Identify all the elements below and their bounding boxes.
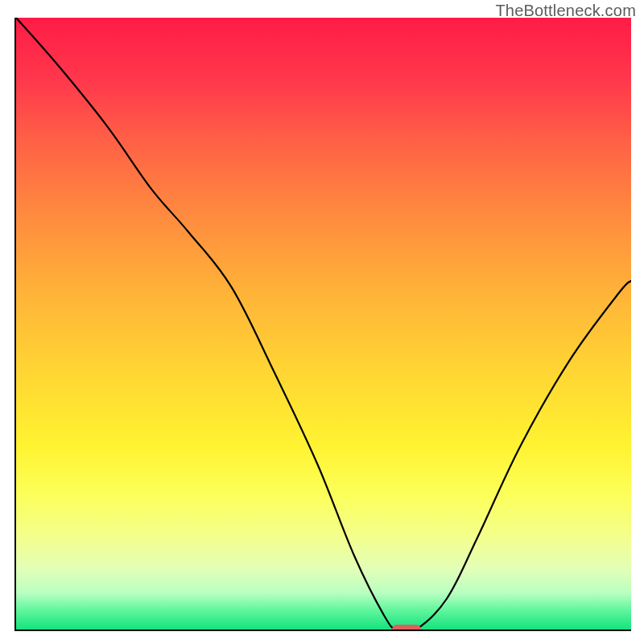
bottleneck-curve-line — [16, 18, 631, 630]
curve-layer — [16, 18, 631, 630]
bottleneck-chart: TheBottleneck.com — [0, 0, 644, 644]
optimal-point-marker — [392, 625, 421, 631]
plot-area — [14, 18, 631, 631]
